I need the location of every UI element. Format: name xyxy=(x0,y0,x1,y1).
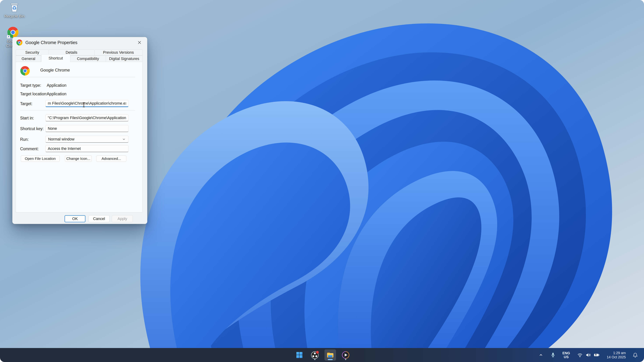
language-switcher[interactable]: ENG US xyxy=(562,350,571,360)
taskbar-item-file-explorer[interactable] xyxy=(324,350,336,361)
obs-studio-icon xyxy=(310,351,319,359)
target-type-value: Application xyxy=(47,83,66,88)
tab-shortcut[interactable]: Shortcut xyxy=(41,54,70,62)
close-icon xyxy=(137,40,142,45)
target-location-label: Target location: xyxy=(20,92,48,96)
recycle-bin-icon: ♻ xyxy=(8,1,20,13)
file-explorer-icon xyxy=(326,351,334,359)
taskbar-app-icons xyxy=(294,350,352,361)
chrome-icon xyxy=(7,26,19,38)
run-dropdown[interactable]: Normal window xyxy=(46,136,128,143)
desktop-icon-label: Recycle Bin xyxy=(4,14,24,18)
recording-badge xyxy=(316,351,319,354)
network-volume-battery-button[interactable] xyxy=(576,351,601,359)
ok-button[interactable]: OK xyxy=(64,215,86,222)
tab-previous-versions[interactable]: Previous Versions xyxy=(94,49,143,55)
shortcut-key-input[interactable] xyxy=(46,125,128,132)
comment-input[interactable] xyxy=(46,145,128,152)
active-indicator xyxy=(328,359,333,360)
advanced-button[interactable]: Advanced... xyxy=(96,155,126,162)
chrome-icon xyxy=(16,39,22,46)
apply-button[interactable]: Apply xyxy=(112,215,133,222)
desktop-icon-recycle-bin[interactable]: ♻ Recycle Bin xyxy=(3,1,26,18)
tab-row-primary: General Shortcut Compatibility Digital S… xyxy=(16,55,142,62)
tab-compatibility[interactable]: Compatibility xyxy=(70,55,106,62)
clock-time: 1:29 am xyxy=(613,351,626,355)
close-button[interactable] xyxy=(136,39,143,46)
wifi-icon xyxy=(577,352,583,358)
change-icon-button[interactable]: Change Icon... xyxy=(65,155,92,162)
svg-text:♻: ♻ xyxy=(12,5,16,11)
desktop-screen: ♻ Recycle Bin Google Chrome xyxy=(0,0,644,362)
comment-label: Comment: xyxy=(20,147,39,151)
shortcut-arrow-icon xyxy=(7,35,10,38)
chrome-icon xyxy=(20,66,30,76)
dialog-title: Google Chrome Properties xyxy=(26,40,77,45)
run-label: Run: xyxy=(20,137,29,142)
windows-start-icon xyxy=(296,351,304,359)
app-name: Google Chrome xyxy=(40,68,70,72)
speaker-icon xyxy=(586,353,591,357)
start-in-label: Start in: xyxy=(20,116,34,120)
target-input[interactable] xyxy=(46,100,128,107)
taskbar-item-media-player[interactable] xyxy=(340,350,352,361)
target-label: Target: xyxy=(20,101,32,106)
target-type-label: Target type: xyxy=(20,83,41,88)
language-region: US xyxy=(564,355,568,359)
microphone-icon xyxy=(550,352,556,358)
microphone-tray-button[interactable] xyxy=(549,351,557,359)
tab-general[interactable]: General xyxy=(16,55,41,62)
tray-chevron-button[interactable] xyxy=(537,352,544,358)
dialog-titlebar[interactable]: Google Chrome Properties xyxy=(12,37,147,48)
chevron-up-icon xyxy=(538,353,544,357)
chrome-properties-dialog: Google Chrome Properties Security Detail… xyxy=(12,37,147,224)
battery-charging-icon xyxy=(594,353,600,357)
running-indicator xyxy=(345,359,346,360)
shortcut-tab-panel: Google Chrome Target type: Application T… xyxy=(16,62,142,212)
separator xyxy=(20,77,135,77)
notification-center-button[interactable] xyxy=(632,351,639,359)
clock-date: 14 Oct 2025 xyxy=(607,355,626,359)
mouse-cursor-ibeam xyxy=(82,102,86,108)
clock[interactable]: 1:29 am 14 Oct 2025 xyxy=(606,350,627,360)
start-in-input[interactable] xyxy=(46,114,128,121)
system-tray: ENG US xyxy=(537,348,639,362)
media-player-icon xyxy=(342,351,350,359)
taskbar-item-obs-studio[interactable] xyxy=(309,350,320,361)
chevron-down-icon xyxy=(122,137,126,141)
cancel-button[interactable]: Cancel xyxy=(88,215,110,222)
shortcut-key-label: Shortcut key: xyxy=(20,126,44,131)
language-code: ENG xyxy=(562,351,570,355)
target-location-value: Application xyxy=(47,92,66,96)
running-indicator xyxy=(314,359,316,360)
taskbar: ENG US xyxy=(0,348,644,362)
run-dropdown-value: Normal window xyxy=(48,137,74,141)
start-button[interactable] xyxy=(294,350,305,361)
open-file-location-button[interactable]: Open File Location xyxy=(21,155,60,162)
tab-digital-signatures[interactable]: Digital Signatures xyxy=(106,55,142,62)
notification-bell-icon xyxy=(632,352,638,358)
tab-row-secondary: Security Details Previous Versions xyxy=(16,49,142,55)
